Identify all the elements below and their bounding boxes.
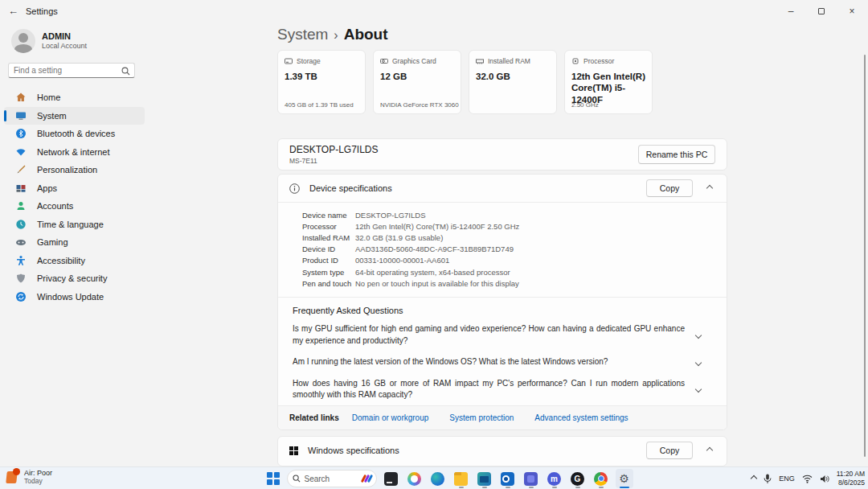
m-circle-app-icon[interactable]: m [546,469,563,488]
storage-card[interactable]: Storage 1.39 TB 405 GB of 1.39 TB used [277,50,366,114]
g-circle-app-icon[interactable]: G [569,469,587,488]
apps-grid-icon [15,183,27,194]
ram-icon [476,57,484,65]
windows-start-icon[interactable] [267,472,280,485]
person-icon [15,200,27,212]
tray-date: 8/6/2025 [837,479,865,487]
link-advanced-system-settings[interactable]: Advanced system settings [534,413,628,422]
processor-card[interactable]: Processor 12th Gen Intel(R) Core(TM) i5-… [564,50,653,114]
search-highlights-icon [362,475,371,483]
gamepad-icon [15,236,27,248]
faq-title: Frequently Asked Questions [293,306,715,315]
breadcrumb-parent[interactable]: System [277,26,328,43]
file-explorer-icon[interactable] [452,469,470,488]
hidden-icons-chevron[interactable] [751,475,757,482]
faq-question-3[interactable]: How does having 16 GB or more of RAM imp… [293,378,715,401]
spec-label: Device name [302,211,355,220]
sidebar-item-windows-update[interactable]: Windows Update [4,288,145,306]
sidebar-item-accessibility[interactable]: Accessibility [4,252,145,270]
copy-device-specs-button[interactable]: Copy [646,179,693,197]
sidebar-item-time-language[interactable]: Time & language [4,216,145,234]
search-input[interactable] [14,64,118,77]
outlook-icon[interactable] [499,469,517,488]
notification-badge [13,468,20,475]
related-links-label: Related links [289,413,339,422]
faq-section: Frequently Asked Questions Is my GPU suf… [278,297,727,417]
summary-cards: Storage 1.39 TB 405 GB of 1.39 TB used G… [277,50,727,114]
device-spec-rows: Device nameDESKTOP-LG7ILDS Processor12th… [278,202,727,297]
sidebar-item-gaming[interactable]: Gaming [4,233,145,252]
spec-row: System type64-bit operating system, x64-… [302,266,727,277]
network-icon [15,146,27,158]
windows-specifications-header[interactable]: Windows specifications Copy [278,437,727,464]
sidebar-item-label: Privacy & security [37,273,107,283]
sidebar-item-system[interactable]: System [4,107,145,125]
language-indicator[interactable]: ENG [779,475,795,483]
dark-app-icon[interactable] [383,469,400,488]
sidebar-item-home[interactable]: Home [4,88,145,107]
sidebar-item-apps[interactable]: Apps [4,179,145,198]
edge-icon[interactable] [429,469,447,488]
vertical-scrollbar[interactable] [864,55,866,457]
card-value: 32.0 GB [476,71,550,82]
link-system-protection[interactable]: System protection [449,413,514,422]
close-button[interactable]: × [836,0,868,23]
back-button[interactable]: ← [8,5,18,17]
window-title: Settings [26,6,58,16]
spec-row: Device IDAAD3136D-5060-48DC-A9CF-31B89B7… [302,244,727,255]
spec-value: AAD3136D-5060-48DC-A9CF-31B89B71D749 [355,244,514,253]
spec-row: Pen and touchNo pen or touch input is av… [302,277,727,289]
wifi-tray-icon[interactable] [802,475,813,483]
weather-widget[interactable]: Air: Poor Today [5,469,52,485]
maximize-icon [818,8,825,14]
minimize-button[interactable]: – [775,0,807,23]
link-domain-or-workgroup[interactable]: Domain or workgroup [352,413,429,422]
teams-icon[interactable] [522,469,540,488]
chevron-down-icon [695,359,702,365]
sidebar-item-label: System [37,111,67,121]
microphone-icon[interactable] [764,474,772,484]
storage-icon [285,57,293,65]
sidebar-item-bluetooth-devices[interactable]: Bluetooth & devices [4,125,145,143]
sidebar-item-network-internet[interactable]: Network & internet [4,143,145,162]
calendar-app-icon[interactable] [476,469,493,488]
card-label: Storage [297,57,321,65]
accessibility-icon [15,255,27,266]
sidebar-item-personalization[interactable]: Personalization [4,161,145,179]
spec-value: No pen or touch input is available for t… [355,279,519,288]
speaker-icon[interactable] [820,475,829,483]
update-icon [15,291,27,302]
search-icon [121,67,130,76]
sidebar-item-accounts[interactable]: Accounts [4,197,145,216]
faq-question-2[interactable]: Am I running the latest version of the W… [293,356,715,368]
card-sub: 2.50 GHz [571,101,599,109]
device-specifications-header[interactable]: Device specifications Copy [278,175,727,202]
chrome-icon[interactable] [592,469,610,488]
card-sub: NVIDIA GeForce RTX 3060 [380,101,459,109]
faq-question-1[interactable]: Is my GPU sufficient for high end gaming… [293,323,715,347]
graphics-card-card[interactable]: Graphics Card 12 GB NVIDIA GeForce RTX 3… [373,50,461,114]
tray-time: 11:20 AM [837,470,865,479]
sidebar-item-label: Personalization [37,165,97,175]
maximize-button[interactable] [805,0,837,23]
chevron-up-icon[interactable] [706,447,713,454]
rename-pc-button[interactable]: Rename this PC [638,145,715,164]
avatar[interactable] [11,29,35,53]
info-icon [289,183,300,194]
taskbar-search[interactable]: Search [287,470,377,487]
installed-ram-card[interactable]: Installed RAM 32.0 GB [469,50,557,114]
clock[interactable]: 11:20 AM 8/6/2025 [837,470,865,487]
taskbar-center: Search m G ⚙ [267,469,633,488]
device-name: DESKTOP-LG7ILDS [289,144,378,155]
breadcrumb-separator: › [334,28,338,42]
copilot-icon[interactable] [406,469,424,488]
sidebar-item-privacy-security[interactable]: Privacy & security [4,269,145,288]
faq-question-text: How does having 16 GB or more of RAM imp… [293,378,685,401]
spec-row: Device nameDESKTOP-LG7ILDS [302,209,727,220]
section-title: Windows specifications [308,446,399,455]
settings-gear-icon[interactable]: ⚙ [616,469,633,488]
chevron-up-icon[interactable] [706,185,713,191]
titlebar: ← Settings – × [0,0,868,23]
copy-windows-specs-button[interactable]: Copy [646,442,693,459]
device-name-panel: DESKTOP-LG7ILDS MS-7E11 Rename this PC [277,138,727,171]
